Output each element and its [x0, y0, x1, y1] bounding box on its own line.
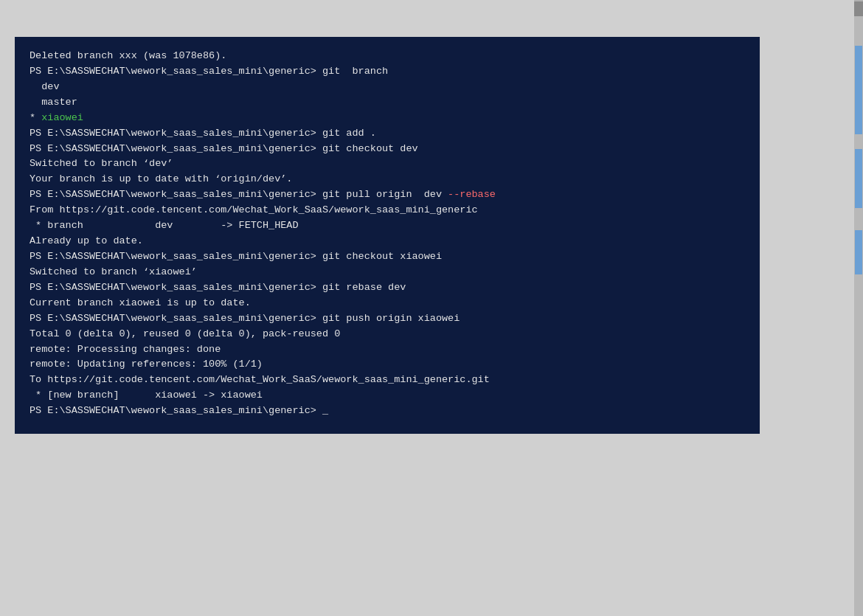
- terminal-line-1: Deleted branch xxx (was 1078e86).: [30, 49, 745, 64]
- terminal-line-4: master: [30, 95, 745, 111]
- terminal-line-13: Already up to date.: [30, 234, 745, 249]
- terminal-line-10-ps: PS E:\SASSWECHAT\wework_saas_sales_mini\…: [30, 189, 448, 200]
- terminal-line-17: Current branch xiaowei is up to date.: [30, 296, 745, 311]
- page-container: Deleted branch xxx (was 1078e86). PS E:\…: [0, 0, 863, 616]
- terminal-line-9: Your branch is up to date with ‘origin/d…: [30, 172, 745, 187]
- terminal-line-6: PS E:\SASSWECHAT\wework_saas_sales_mini\…: [30, 126, 745, 142]
- terminal-line-11: From https://git.code.tencent.com/Wechat…: [30, 203, 745, 218]
- scrollbar-track[interactable]: [854, 1, 863, 616]
- terminal-line-22: To https://git.code.tencent.com/Wechat_W…: [30, 373, 745, 388]
- terminal-line-12: * branch dev -> FETCH_HEAD: [30, 218, 745, 234]
- terminal-line-19: Total 0 (delta 0), reused 0 (delta 0), p…: [30, 327, 745, 342]
- main-content: Deleted branch xxx (was 1078e86). PS E:\…: [0, 0, 854, 616]
- scrollbar-segment-3[interactable]: [855, 230, 862, 274]
- scrollbar[interactable]: [854, 0, 863, 616]
- terminal-line-15: Switched to branch ‘xiaowei’: [30, 265, 745, 280]
- terminal-line-14: PS E:\SASSWECHAT\wework_saas_sales_mini\…: [30, 249, 745, 265]
- terminal-line-23: * [new branch] xiaowei -> xiaowei: [30, 388, 745, 404]
- terminal-line-18: PS E:\SASSWECHAT\wework_saas_sales_mini\…: [30, 311, 745, 327]
- terminal-line-10: PS E:\SASSWECHAT\wework_saas_sales_mini\…: [30, 187, 745, 203]
- terminal-line-5-star: *: [30, 112, 41, 123]
- terminal-window[interactable]: Deleted branch xxx (was 1078e86). PS E:\…: [15, 37, 760, 434]
- terminal-line-7: PS E:\SASSWECHAT\wework_saas_sales_mini\…: [30, 142, 745, 157]
- scrollbar-segment-1[interactable]: [855, 46, 862, 134]
- terminal-line-10-rebase: --rebase: [448, 189, 496, 200]
- terminal-line-8: Switched to branch ‘dev’: [30, 156, 745, 172]
- terminal-line-2: PS E:\SASSWECHAT\wework_saas_sales_mini\…: [30, 64, 745, 80]
- terminal-line-5-branch: xiaowei: [41, 112, 83, 123]
- scrollbar-thumb-top[interactable]: [854, 1, 863, 16]
- terminal-line-24: PS E:\SASSWECHAT\wework_saas_sales_mini\…: [30, 404, 745, 419]
- terminal-line-16: PS E:\SASSWECHAT\wework_saas_sales_mini\…: [30, 280, 745, 296]
- terminal-line-5: * xiaowei: [30, 111, 745, 126]
- terminal-line-20: remote: Processing changes: done: [30, 342, 745, 358]
- scrollbar-segment-2[interactable]: [855, 149, 862, 208]
- terminal-line-3: dev: [30, 80, 745, 95]
- terminal-line-21: remote: Updating references: 100% (1/1): [30, 357, 745, 373]
